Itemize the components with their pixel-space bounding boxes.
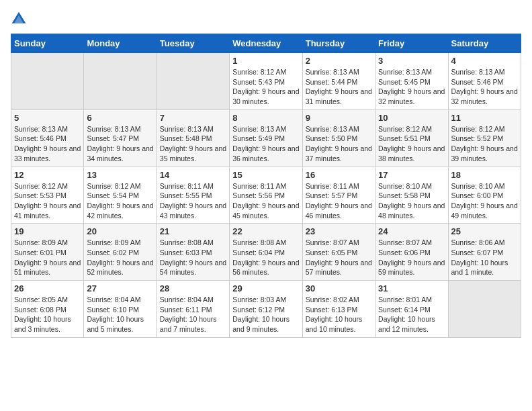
day-info: Sunrise: 8:11 AM Sunset: 5:57 PM Dayligh… <box>306 181 372 221</box>
day-number: 7 <box>160 113 226 123</box>
day-info: Sunrise: 8:13 AM Sunset: 5:46 PM Dayligh… <box>14 124 81 164</box>
day-cell: 20Sunrise: 8:09 AM Sunset: 6:02 PM Dayli… <box>84 224 157 281</box>
calendar-body: 1Sunrise: 8:12 AM Sunset: 5:43 PM Daylig… <box>11 53 521 338</box>
day-number: 19 <box>14 226 81 236</box>
week-row-4: 19Sunrise: 8:09 AM Sunset: 6:01 PM Dayli… <box>11 224 521 281</box>
day-cell: 29Sunrise: 8:03 AM Sunset: 6:12 PM Dayli… <box>230 281 302 338</box>
day-info: Sunrise: 8:12 AM Sunset: 5:53 PM Dayligh… <box>14 181 81 221</box>
day-cell: 14Sunrise: 8:11 AM Sunset: 5:55 PM Dayli… <box>157 167 229 224</box>
day-number: 17 <box>378 170 445 180</box>
day-cell: 18Sunrise: 8:10 AM Sunset: 6:00 PM Dayli… <box>448 167 521 224</box>
day-number: 2 <box>306 56 372 66</box>
day-cell: 6Sunrise: 8:13 AM Sunset: 5:47 PM Daylig… <box>84 109 157 167</box>
day-cell: 19Sunrise: 8:09 AM Sunset: 6:01 PM Dayli… <box>11 224 84 281</box>
day-cell: 21Sunrise: 8:08 AM Sunset: 6:03 PM Dayli… <box>157 224 229 281</box>
day-cell: 2Sunrise: 8:13 AM Sunset: 5:44 PM Daylig… <box>302 53 375 110</box>
day-info: Sunrise: 8:08 AM Sunset: 6:04 PM Dayligh… <box>232 238 299 277</box>
day-info: Sunrise: 8:12 AM Sunset: 5:52 PM Dayligh… <box>451 124 518 164</box>
day-number: 24 <box>378 226 445 236</box>
day-cell: 4Sunrise: 8:13 AM Sunset: 5:46 PM Daylig… <box>448 53 521 110</box>
day-cell: 5Sunrise: 8:13 AM Sunset: 5:46 PM Daylig… <box>11 109 84 167</box>
day-number: 23 <box>306 226 372 236</box>
day-info: Sunrise: 8:09 AM Sunset: 6:02 PM Dayligh… <box>87 238 153 277</box>
day-info: Sunrise: 8:04 AM Sunset: 6:11 PM Dayligh… <box>160 295 226 334</box>
day-number: 22 <box>232 226 299 236</box>
day-cell: 3Sunrise: 8:13 AM Sunset: 5:45 PM Daylig… <box>375 53 448 110</box>
logo-icon <box>11 11 27 27</box>
day-number: 27 <box>87 283 153 293</box>
header-cell-saturday: Saturday <box>448 34 521 53</box>
calendar-header: SundayMondayTuesdayWednesdayThursdayFrid… <box>11 34 521 53</box>
day-info: Sunrise: 8:04 AM Sunset: 6:10 PM Dayligh… <box>87 295 153 334</box>
day-cell: 8Sunrise: 8:13 AM Sunset: 5:49 PM Daylig… <box>230 109 302 167</box>
day-info: Sunrise: 8:08 AM Sunset: 6:03 PM Dayligh… <box>160 238 226 277</box>
week-row-2: 5Sunrise: 8:13 AM Sunset: 5:46 PM Daylig… <box>11 109 521 167</box>
day-cell: 28Sunrise: 8:04 AM Sunset: 6:11 PM Dayli… <box>157 281 229 338</box>
week-row-1: 1Sunrise: 8:12 AM Sunset: 5:43 PM Daylig… <box>11 53 521 110</box>
calendar-table: SundayMondayTuesdayWednesdayThursdayFrid… <box>11 34 521 338</box>
day-info: Sunrise: 8:06 AM Sunset: 6:07 PM Dayligh… <box>451 238 518 277</box>
day-number: 21 <box>160 226 226 236</box>
day-number: 14 <box>160 170 226 180</box>
day-info: Sunrise: 8:01 AM Sunset: 6:14 PM Dayligh… <box>378 295 445 334</box>
day-number: 6 <box>87 113 153 123</box>
day-cell: 22Sunrise: 8:08 AM Sunset: 6:04 PM Dayli… <box>230 224 302 281</box>
day-info: Sunrise: 8:02 AM Sunset: 6:13 PM Dayligh… <box>306 295 372 334</box>
day-info: Sunrise: 8:09 AM Sunset: 6:01 PM Dayligh… <box>14 238 81 277</box>
day-number: 18 <box>451 170 518 180</box>
week-row-3: 12Sunrise: 8:12 AM Sunset: 5:53 PM Dayli… <box>11 167 521 224</box>
day-number: 25 <box>451 226 518 236</box>
day-number: 16 <box>306 170 372 180</box>
day-cell <box>84 53 157 110</box>
day-number: 29 <box>232 283 299 293</box>
day-number: 10 <box>378 113 445 123</box>
day-info: Sunrise: 8:13 AM Sunset: 5:45 PM Dayligh… <box>378 67 445 107</box>
day-info: Sunrise: 8:13 AM Sunset: 5:50 PM Dayligh… <box>306 124 372 164</box>
week-row-5: 26Sunrise: 8:05 AM Sunset: 6:08 PM Dayli… <box>11 281 521 338</box>
day-info: Sunrise: 8:07 AM Sunset: 6:06 PM Dayligh… <box>378 238 445 277</box>
day-info: Sunrise: 8:12 AM Sunset: 5:54 PM Dayligh… <box>87 181 153 221</box>
day-number: 12 <box>14 170 81 180</box>
header-cell-thursday: Thursday <box>302 34 375 53</box>
day-cell: 26Sunrise: 8:05 AM Sunset: 6:08 PM Dayli… <box>11 281 84 338</box>
day-info: Sunrise: 8:13 AM Sunset: 5:49 PM Dayligh… <box>232 124 299 164</box>
day-cell <box>11 53 84 110</box>
day-number: 1 <box>232 56 299 66</box>
header-cell-wednesday: Wednesday <box>230 34 302 53</box>
day-number: 4 <box>451 56 518 66</box>
day-info: Sunrise: 8:07 AM Sunset: 6:05 PM Dayligh… <box>306 238 372 277</box>
header-cell-friday: Friday <box>375 34 448 53</box>
day-number: 28 <box>160 283 226 293</box>
day-cell: 16Sunrise: 8:11 AM Sunset: 5:57 PM Dayli… <box>302 167 375 224</box>
day-number: 11 <box>451 113 518 123</box>
day-cell: 24Sunrise: 8:07 AM Sunset: 6:06 PM Dayli… <box>375 224 448 281</box>
day-number: 13 <box>87 170 153 180</box>
day-cell: 31Sunrise: 8:01 AM Sunset: 6:14 PM Dayli… <box>375 281 448 338</box>
day-cell: 17Sunrise: 8:10 AM Sunset: 5:58 PM Dayli… <box>375 167 448 224</box>
day-number: 5 <box>14 113 81 123</box>
day-info: Sunrise: 8:13 AM Sunset: 5:46 PM Dayligh… <box>451 67 518 107</box>
page-header <box>11 11 521 27</box>
logo <box>11 11 30 27</box>
day-number: 20 <box>87 226 153 236</box>
day-number: 8 <box>232 113 299 123</box>
day-info: Sunrise: 8:11 AM Sunset: 5:56 PM Dayligh… <box>232 181 299 221</box>
day-cell <box>448 281 521 338</box>
day-number: 15 <box>232 170 299 180</box>
day-cell: 25Sunrise: 8:06 AM Sunset: 6:07 PM Dayli… <box>448 224 521 281</box>
day-cell: 1Sunrise: 8:12 AM Sunset: 5:43 PM Daylig… <box>230 53 302 110</box>
header-cell-tuesday: Tuesday <box>157 34 229 53</box>
day-cell: 11Sunrise: 8:12 AM Sunset: 5:52 PM Dayli… <box>448 109 521 167</box>
day-info: Sunrise: 8:05 AM Sunset: 6:08 PM Dayligh… <box>14 295 81 334</box>
day-info: Sunrise: 8:11 AM Sunset: 5:55 PM Dayligh… <box>160 181 226 221</box>
day-info: Sunrise: 8:10 AM Sunset: 6:00 PM Dayligh… <box>451 181 518 221</box>
day-cell: 13Sunrise: 8:12 AM Sunset: 5:54 PM Dayli… <box>84 167 157 224</box>
day-info: Sunrise: 8:13 AM Sunset: 5:44 PM Dayligh… <box>306 67 372 107</box>
day-number: 9 <box>306 113 372 123</box>
day-number: 26 <box>14 283 81 293</box>
day-info: Sunrise: 8:03 AM Sunset: 6:12 PM Dayligh… <box>232 295 299 334</box>
header-cell-monday: Monday <box>84 34 157 53</box>
day-cell: 9Sunrise: 8:13 AM Sunset: 5:50 PM Daylig… <box>302 109 375 167</box>
day-cell: 30Sunrise: 8:02 AM Sunset: 6:13 PM Dayli… <box>302 281 375 338</box>
day-info: Sunrise: 8:13 AM Sunset: 5:47 PM Dayligh… <box>87 124 153 164</box>
